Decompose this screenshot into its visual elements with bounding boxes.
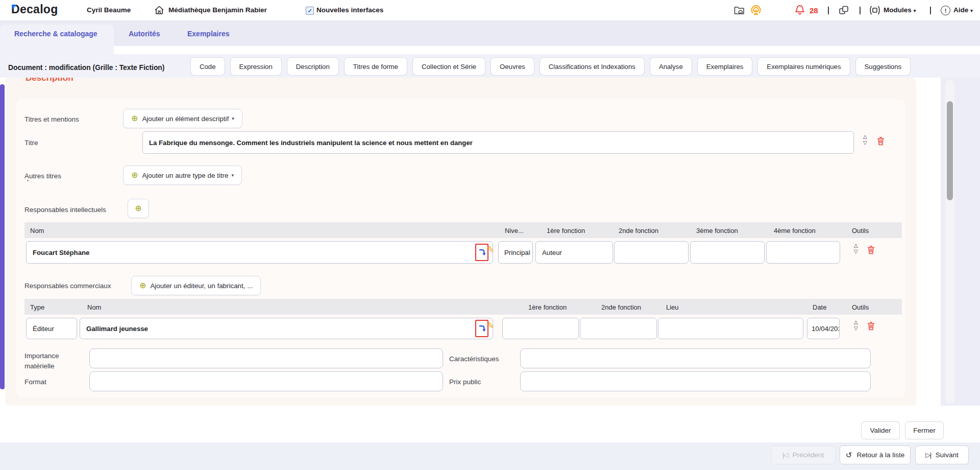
tab-exemplaires[interactable]: Exemplaires bbox=[187, 30, 230, 38]
col-header-niveau: Nive... bbox=[505, 226, 524, 234]
resp-intellectuels-table-header: Nom Nive... 1ère fonction 2nde fonction … bbox=[24, 222, 902, 238]
new-interfaces-checkbox[interactable]: ✓ bbox=[306, 7, 314, 15]
caret-down-icon: ▾ bbox=[232, 116, 234, 121]
toolbar-button-exemplaires-numeriques[interactable]: Exemplaires numériques bbox=[757, 57, 850, 76]
col-header-date: Date bbox=[813, 303, 826, 311]
col-header-type: Type bbox=[30, 303, 44, 311]
resp-intellectuel-delete-button[interactable] bbox=[867, 245, 875, 255]
left-scrollbar-thumb[interactable] bbox=[0, 84, 5, 389]
importance-input[interactable] bbox=[89, 348, 443, 368]
move-down-icon[interactable]: ▽ bbox=[854, 326, 858, 331]
col-header-1ere-fonction: 1ère fonction bbox=[547, 226, 585, 234]
col-header-3eme-fonction: 3ème fonction bbox=[696, 226, 738, 234]
resp-intellectuel-fonction4-field[interactable] bbox=[766, 241, 840, 264]
toolbar-button-expression[interactable]: Expression bbox=[230, 57, 282, 76]
move-down-icon[interactable]: ▽ bbox=[854, 249, 858, 254]
titre-delete-button[interactable] bbox=[876, 136, 885, 146]
resp-intellectuel-fonction1-field[interactable]: Auteur bbox=[535, 241, 613, 264]
col-header-nom: Nom bbox=[30, 226, 44, 234]
home-icon bbox=[154, 5, 165, 16]
scrollbar-thumb[interactable] bbox=[947, 101, 953, 200]
modules-icon bbox=[869, 5, 880, 15]
resp-intellectuels-label: Responsables intellectuels bbox=[24, 206, 106, 214]
toolbar-button-description[interactable]: Description bbox=[287, 57, 339, 76]
add-editeur-button[interactable]: ⊕ Ajouter un éditeur, un fabricant, ... bbox=[131, 276, 261, 295]
notification-count[interactable]: 28 bbox=[810, 6, 818, 15]
user-name[interactable]: Cyril Beaume bbox=[87, 6, 131, 14]
toolbar-buttons: Code Expression Description Titres de fo… bbox=[190, 57, 980, 76]
resp-intellectuel-fonction3-field[interactable] bbox=[690, 241, 765, 264]
titre-input[interactable]: La Fabrique du mensonge. Comment les ind… bbox=[142, 131, 854, 154]
document-title: Document : modification (Grille : Texte … bbox=[8, 64, 164, 72]
suivant-button[interactable]: ▷| Suivant bbox=[915, 445, 969, 464]
titre-label: Titre bbox=[24, 139, 38, 147]
move-up-icon[interactable]: △ bbox=[854, 320, 858, 324]
resp-intellectuel-fonction2-field[interactable] bbox=[614, 241, 689, 264]
resp-commercial-lieu-field[interactable] bbox=[658, 318, 803, 339]
precedent-button[interactable]: |◁ Précédent bbox=[771, 445, 836, 464]
prix-public-label: Prix public bbox=[449, 378, 481, 386]
add-descriptif-button[interactable]: ⊕ Ajouter un élément descriptif ▾ bbox=[123, 109, 242, 128]
resp-intellectuel-nom-field[interactable]: Foucart Stéphane bbox=[26, 241, 493, 264]
move-up-icon[interactable]: △ bbox=[863, 134, 867, 139]
prix-public-input[interactable] bbox=[520, 371, 871, 391]
titres-mentions-label: Titres et mentions bbox=[24, 115, 79, 123]
resp-commercial-delete-button[interactable] bbox=[867, 321, 875, 331]
bell-icon[interactable] bbox=[794, 4, 805, 16]
app-logo[interactable]: Decalog bbox=[11, 3, 58, 16]
fermer-button[interactable]: Fermer bbox=[905, 421, 944, 439]
help-menu[interactable]: Aide▾ bbox=[953, 6, 973, 14]
caret-down-icon: ▾ bbox=[914, 8, 916, 13]
plus-circle-icon: ⊕ bbox=[135, 204, 141, 213]
resp-commercial-nom-field[interactable]: Gallimard jeunesse bbox=[80, 318, 493, 339]
broadcast-icon[interactable] bbox=[750, 4, 762, 16]
move-down-icon[interactable]: ▽ bbox=[863, 140, 867, 145]
app-header: Decalog Cyril Beaume Médiathèque Benjami… bbox=[0, 0, 980, 21]
library-name[interactable]: Médiathèque Benjamin Rabier bbox=[168, 6, 267, 14]
col-header-4eme-fonction: 4ème fonction bbox=[774, 226, 816, 234]
resp-commercial-fonction2-field[interactable] bbox=[580, 318, 657, 339]
link-pages-icon[interactable] bbox=[838, 5, 849, 16]
plus-circle-icon: ⊕ bbox=[131, 171, 138, 179]
header-divider bbox=[828, 7, 829, 14]
resp-commercial-fonction1-field[interactable] bbox=[502, 318, 579, 339]
caret-down-icon: ▾ bbox=[970, 8, 973, 13]
edit-pencil-icon[interactable]: ✎ bbox=[487, 321, 494, 330]
resp-commercial-date-field[interactable]: 10/04/201 bbox=[807, 318, 840, 339]
tab-recherche-catalogage[interactable]: Recherche & catalogage bbox=[14, 30, 97, 38]
toolbar-button-collection-serie[interactable]: Collection et Série bbox=[412, 57, 485, 76]
authority-arrow-icon bbox=[478, 324, 486, 333]
toolbar-button-analyse[interactable]: Analyse bbox=[650, 57, 692, 76]
header-divider bbox=[930, 7, 931, 14]
toolbar-button-exemplaires[interactable]: Exemplaires bbox=[697, 57, 753, 76]
tab-autorites[interactable]: Autorités bbox=[129, 30, 160, 38]
format-label: Format bbox=[24, 378, 46, 386]
caracteristiques-input[interactable] bbox=[520, 348, 871, 368]
help-icon: ! bbox=[941, 6, 950, 15]
resp-intellectuel-reorder: △ ▽ bbox=[854, 243, 858, 254]
resp-commercial-type-field[interactable]: Éditeur bbox=[26, 318, 77, 339]
toolbar-button-titres-de-forme[interactable]: Titres de forme bbox=[344, 57, 407, 76]
modules-menu[interactable]: Modules▾ bbox=[884, 6, 916, 14]
valider-button[interactable]: Valider bbox=[861, 421, 900, 439]
edit-pencil-icon[interactable]: ✎ bbox=[487, 245, 494, 254]
toolbar-button-oeuvres[interactable]: Oeuvres bbox=[491, 57, 534, 76]
dot bbox=[27, 180, 29, 181]
col-header-1ere-fonction: 1ère fonction bbox=[528, 303, 567, 311]
format-input[interactable] bbox=[89, 371, 443, 391]
toolbar-button-code[interactable]: Code bbox=[190, 57, 225, 76]
toolbar-button-suggestions[interactable]: Suggestions bbox=[855, 57, 911, 76]
resp-commercial-reorder: △ ▽ bbox=[854, 320, 858, 331]
resp-commerciaux-table-header: Type Nom 1ère fonction 2nde fonction Lie… bbox=[24, 299, 902, 315]
retour-liste-button[interactable]: ↺ Retour à la liste bbox=[840, 445, 911, 464]
toolbar-button-classifications[interactable]: Classifications et Indexations bbox=[540, 57, 645, 76]
add-autre-titre-button[interactable]: ⊕ Ajouter un autre type de titre ▾ bbox=[123, 166, 242, 185]
add-resp-intellectuel-button[interactable]: ⊕ bbox=[128, 199, 149, 218]
move-up-icon[interactable]: △ bbox=[854, 243, 858, 248]
resp-intellectuel-niveau-field[interactable]: Principal bbox=[498, 241, 533, 264]
folder-cloud-icon[interactable] bbox=[733, 5, 745, 16]
undo-icon: ↺ bbox=[846, 451, 852, 460]
col-header-2nde-fonction: 2nde fonction bbox=[619, 226, 658, 234]
new-interfaces-label: Nouvelles interfaces bbox=[316, 6, 383, 14]
authority-arrow-icon bbox=[478, 248, 486, 257]
